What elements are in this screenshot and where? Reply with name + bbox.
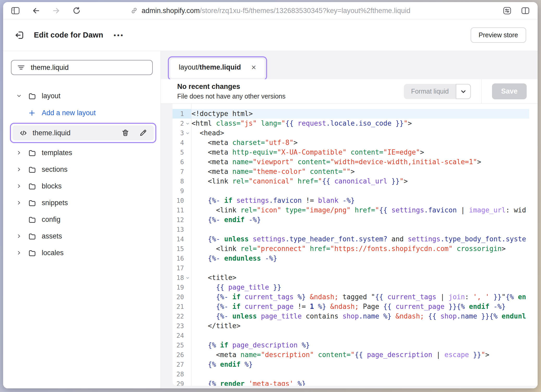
code-area[interactable]: <!doctype html><html class="js" lang="{{… xyxy=(192,104,538,386)
action-label: Add a new layout xyxy=(42,109,96,117)
page-title: Edit code for Dawn xyxy=(34,31,103,39)
code-line-16[interactable]: {%- endunless -%} xyxy=(192,254,529,263)
tab-theme-liquid[interactable]: layout/theme.liquid × xyxy=(170,59,265,78)
toolbar-divider xyxy=(481,79,482,104)
code-line-15[interactable]: <link rel="preconnect" href="https://fon… xyxy=(192,244,529,254)
code-line-23[interactable]: </title> xyxy=(192,321,529,331)
format-liquid-button[interactable]: Format liquid xyxy=(404,84,456,99)
close-icon[interactable]: × xyxy=(251,63,256,71)
url-domain: admin.shopify.com xyxy=(142,7,200,14)
url-bar[interactable]: admin.shopify.com/store/rzq1xu-f5/themes… xyxy=(130,7,410,15)
add-layout-button[interactable]: Add a new layout xyxy=(3,104,161,121)
code-line-7[interactable]: <meta name="theme-color" content=""> xyxy=(192,167,529,176)
file-search-input[interactable]: theme.liquid xyxy=(11,60,153,75)
line-number: 6 xyxy=(173,157,191,167)
chevron-right-icon[interactable] xyxy=(16,166,28,173)
line-number: 15 xyxy=(173,244,191,254)
tree-folder-assets[interactable]: assets xyxy=(3,228,161,244)
code-line-4[interactable]: <meta charset="utf-8"> xyxy=(192,138,529,148)
chevron-right-icon[interactable] xyxy=(16,149,28,156)
forward-icon[interactable] xyxy=(52,7,60,15)
folder-icon xyxy=(28,166,42,174)
code-line-25[interactable]: {% if page_description %} xyxy=(192,340,529,350)
folder-label: snippets xyxy=(42,199,68,207)
line-number: 20 xyxy=(173,292,191,302)
code-line-11[interactable]: <link rel="icon" type="image/png" href="… xyxy=(192,205,529,215)
trash-icon[interactable] xyxy=(121,129,129,137)
tree-file-theme-liquid[interactable]: theme.liquid xyxy=(13,125,154,140)
chevron-down-icon[interactable] xyxy=(16,93,28,99)
tree-folder-locales[interactable]: locales xyxy=(3,244,161,261)
code-line-8[interactable]: <link rel="canonical" href="{{ canonical… xyxy=(192,176,529,186)
file-tree: layoutAdd a new layouttheme.liquidtempla… xyxy=(3,88,161,261)
code-line-18[interactable]: <title> xyxy=(192,273,529,283)
code-line-13[interactable] xyxy=(192,225,529,234)
code-line-2[interactable]: <html class="js" lang="{{ request.locale… xyxy=(192,119,529,128)
kebab-menu-icon[interactable]: ••• xyxy=(114,32,124,39)
folder-icon xyxy=(28,199,42,207)
tree-folder-sections[interactable]: sections xyxy=(3,161,161,178)
line-number: 9 xyxy=(173,186,191,196)
tree-folder-snippets[interactable]: snippets xyxy=(3,194,161,211)
code-line-3[interactable]: <head> xyxy=(192,128,529,138)
filter-icon xyxy=(17,64,25,71)
chevron-right-icon[interactable] xyxy=(16,233,28,240)
code-line-1[interactable]: <!doctype html> xyxy=(192,109,529,119)
code-line-10[interactable]: {%- if settings.favicon != blank -%} xyxy=(192,196,529,205)
version-status-subtitle: File does not have any other versions xyxy=(177,93,286,100)
pencil-icon[interactable] xyxy=(139,129,147,137)
folder-label: assets xyxy=(42,232,62,240)
back-icon[interactable] xyxy=(32,7,40,15)
fold-toggle-icon[interactable] xyxy=(184,121,191,126)
url-path: /store/rzq1xu-f5/themes/132683530345?key… xyxy=(200,7,410,14)
file-search-value: theme.liquid xyxy=(31,64,69,72)
code-line-6[interactable]: <meta name="viewport" content="width=dev… xyxy=(192,157,529,167)
code-line-20[interactable]: {%- if current_tags %} &ndash; tagged "{… xyxy=(192,292,529,302)
browser-toolbar: admin.shopify.com/store/rzq1xu-f5/themes… xyxy=(3,2,538,19)
tree-folder-layout[interactable]: layout xyxy=(3,88,161,104)
chevron-down-icon xyxy=(460,88,467,95)
tree-folder-templates[interactable]: templates xyxy=(3,144,161,161)
line-number: 18 xyxy=(173,273,191,283)
preview-store-button[interactable]: Preview store xyxy=(471,27,526,43)
code-line-12[interactable]: {%- endif -%} xyxy=(192,215,529,225)
chevron-right-icon[interactable] xyxy=(16,249,28,256)
selected-file-highlight: theme.liquid xyxy=(10,123,156,143)
code-line-19[interactable]: {{ page_title }} xyxy=(192,283,529,292)
tune-icon[interactable] xyxy=(503,6,512,15)
code-line-14[interactable]: {%- unless settings.type_header_font.sys… xyxy=(192,234,529,244)
code-line-5[interactable]: <meta http-equiv="X-UA-Compatible" conte… xyxy=(192,148,529,157)
split-panel-icon[interactable] xyxy=(521,6,530,15)
line-number: 14 xyxy=(173,234,191,244)
line-number: 26 xyxy=(173,350,191,360)
line-number-gutter: 1234567891011121314151617181920212223242… xyxy=(173,104,192,386)
folder-icon xyxy=(28,92,42,100)
fold-toggle-icon[interactable] xyxy=(184,131,191,136)
fold-toggle-icon[interactable] xyxy=(184,275,191,280)
save-button[interactable]: Save xyxy=(492,83,527,99)
sidebar-toggle-icon[interactable] xyxy=(11,7,20,15)
chevron-right-icon[interactable] xyxy=(16,199,28,206)
tree-folder-blocks[interactable]: blocks xyxy=(3,178,161,194)
link-icon xyxy=(130,7,138,14)
reload-icon[interactable] xyxy=(72,7,81,15)
code-line-29[interactable]: {% render 'meta-tags' %} xyxy=(192,379,529,386)
code-line-28[interactable] xyxy=(192,369,529,379)
code-line-27[interactable]: {% endif %} xyxy=(192,360,529,369)
chevron-right-icon[interactable] xyxy=(16,183,28,189)
code-line-17[interactable] xyxy=(192,263,529,273)
code-line-22[interactable]: {%- unless page_title contains shop.name… xyxy=(192,311,529,321)
tree-folder-config[interactable]: config xyxy=(3,211,161,228)
exit-icon[interactable] xyxy=(15,30,24,40)
code-line-24[interactable] xyxy=(192,331,529,340)
folder-label: locales xyxy=(42,249,64,257)
line-number: 25 xyxy=(173,340,191,350)
code-editor[interactable]: 1234567891011121314151617181920212223242… xyxy=(173,104,538,386)
plus-icon xyxy=(28,109,42,117)
line-number: 22 xyxy=(173,311,191,321)
code-line-21[interactable]: {%- if current_page != 1 %} &ndash; Page… xyxy=(192,302,529,311)
browser-window: admin.shopify.com/store/rzq1xu-f5/themes… xyxy=(3,2,538,388)
code-line-26[interactable]: <meta name="description" content="{{ pag… xyxy=(192,350,529,360)
code-line-9[interactable] xyxy=(192,186,529,196)
format-dropdown-button[interactable] xyxy=(456,84,471,99)
